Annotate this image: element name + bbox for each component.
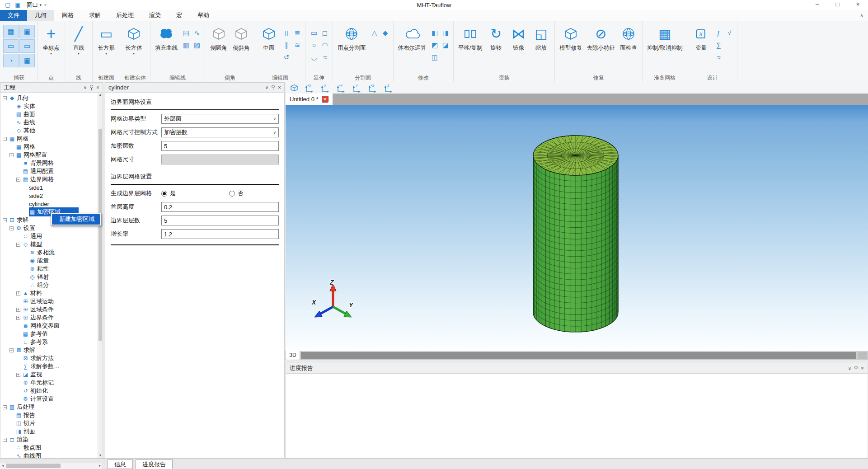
collapse-box-icon[interactable]: −	[16, 178, 20, 182]
panel-collapse-icon[interactable]: ∨	[84, 85, 87, 90]
tree-item-区域条件[interactable]: +⊞区域条件	[0, 305, 103, 314]
tree-item-body[interactable]: ▤通用配置	[22, 167, 56, 176]
tree-item-body[interactable]: ◆几何	[9, 94, 30, 103]
document-tab-close-icon[interactable]: ✕	[322, 96, 328, 103]
view-button-+Y[interactable]: +Y	[335, 84, 347, 93]
tree-item-side2[interactable]: side2	[0, 192, 103, 200]
panel-collapse-icon[interactable]: ∨	[265, 85, 268, 90]
ribbon-button[interactable]: x变量	[690, 21, 712, 56]
snap-button[interactable]: ▭	[19, 39, 35, 53]
tree-item-body[interactable]: ◪监视	[22, 370, 44, 379]
small-tool-button[interactable]: ≈	[319, 51, 330, 63]
tree-item-计算设置[interactable]: ⚙计算设置	[0, 395, 103, 403]
ribbon-button[interactable]: 中面	[258, 21, 280, 56]
tree-item-边界网格[interactable]: −▦边界网格	[0, 175, 103, 183]
scroll-up-icon[interactable]: ▲	[98, 93, 103, 97]
small-tool-button[interactable]: ◡	[309, 51, 319, 63]
scrollbar-end-button[interactable]	[858, 352, 867, 359]
collapse-box-icon[interactable]: −	[9, 348, 14, 352]
collapse-box-icon[interactable]: −	[3, 438, 7, 442]
tree-item-body[interactable]: ▤报告	[15, 411, 37, 420]
ribbon-button[interactable]: 面检查	[617, 21, 640, 56]
small-tool-button[interactable]: ∥	[281, 39, 292, 51]
collapse-box-icon[interactable]: −	[3, 218, 7, 222]
tree-item-body[interactable]: ⊞区域条件	[22, 305, 56, 314]
ribbon-button[interactable]: ▭长方形▾	[95, 21, 117, 56]
input-边界层层数[interactable]	[161, 216, 279, 225]
bottom-tab-信息[interactable]: 信息	[108, 460, 133, 469]
tree-item-body[interactable]: cylinder	[29, 200, 51, 208]
quick-access-customize-icon[interactable]: ▿	[44, 3, 47, 7]
tree-item-body[interactable]: ∿曲线	[15, 118, 37, 127]
ribbon-button[interactable]: 体布尔运算	[396, 21, 429, 56]
maximize-button[interactable]: □	[827, 0, 848, 10]
tree-item-body[interactable]: ◻渲染	[9, 435, 30, 444]
small-tool-button[interactable]: ◆	[380, 27, 391, 39]
small-tool-button[interactable]: ≣	[292, 27, 303, 39]
small-tool-button[interactable]: ≈	[713, 51, 724, 63]
scrollbar-thumb[interactable]	[99, 129, 102, 341]
scroll-left-icon[interactable]: ◂	[0, 463, 5, 469]
text-input[interactable]	[164, 231, 276, 238]
tree-item-body[interactable]: ◨剖面	[15, 427, 37, 436]
document-tab[interactable]: Untitled 0 * ✕	[286, 94, 333, 105]
tree-item-曲线[interactable]: ∿曲线	[0, 118, 103, 127]
tree-item-body[interactable]: ≣网格交界面	[22, 321, 61, 330]
small-tool-button[interactable]: ↺	[281, 51, 292, 63]
small-tool-button[interactable]: ◪	[440, 39, 451, 51]
tree-item-body[interactable]: ◇模型	[22, 240, 44, 249]
scroll-right-icon[interactable]: ▸	[97, 463, 103, 469]
tree-item-网格[interactable]: −▦网格	[0, 135, 103, 143]
tree-item-通用配置[interactable]: ▤通用配置	[0, 167, 103, 175]
tree-item-网格[interactable]: ▦网格	[0, 143, 103, 151]
snap-button[interactable]: ▭	[3, 39, 19, 53]
small-tool-button[interactable]: ∑	[713, 39, 724, 51]
small-tool-button[interactable]: ◻	[319, 27, 330, 39]
select-网格尺寸控制方式[interactable]: 加密层数∨	[161, 127, 279, 137]
tree-item-辐射[interactable]: ◎辐射	[0, 273, 103, 281]
snap-button[interactable]: ▦	[3, 25, 19, 38]
context-menu-item-new-refine-region[interactable]: 新建加密区域	[52, 214, 100, 225]
tree-item-背景网格[interactable]: ■背景网格	[0, 159, 103, 167]
tree-item-监视[interactable]: +◪监视	[0, 371, 103, 379]
menu-tab-求解[interactable]: 求解	[81, 10, 108, 21]
small-tool-button[interactable]: ▥	[181, 39, 192, 51]
ribbon-button[interactable]: ▦抑制/取消抑制	[645, 21, 685, 56]
tree-item-body[interactable]: ▲材料	[22, 289, 44, 298]
tree-item-求解[interactable]: −⊠求解	[0, 346, 103, 354]
tree-item-body[interactable]: ▦网格配置	[15, 150, 49, 159]
tree-item-body[interactable]: ⊠求解	[15, 346, 37, 355]
ribbon-button[interactable]: 长方体▾	[122, 21, 145, 56]
panel-close-icon[interactable]: ×	[278, 84, 281, 91]
view-button--Z[interactable]: -Z	[382, 84, 394, 93]
tree-vertical-scrollbar[interactable]: ▲ ▼	[98, 93, 103, 458]
small-tool-button[interactable]: ▭	[309, 27, 319, 39]
tree-item-曲线图[interactable]: ∿曲线图	[0, 452, 103, 458]
small-tool-button[interactable]: ▨	[192, 39, 202, 51]
expand-box-icon[interactable]: +	[16, 316, 20, 320]
ribbon-button[interactable]: ⋈镜像	[507, 21, 530, 56]
menu-tab-渲染[interactable]: 渲染	[141, 10, 169, 21]
tree-item-body[interactable]: ▤参考值	[22, 329, 50, 338]
small-tool-button[interactable]: ◨	[440, 27, 451, 39]
cylinder-mesh-model[interactable]: Z X Y	[286, 105, 868, 351]
quick-save-icon[interactable]: ▣	[15, 0, 20, 10]
tree-item-body[interactable]: ∷通用	[22, 232, 44, 241]
small-tool-button[interactable]: √	[724, 27, 735, 39]
tree-item-单元标记[interactable]: ⊕单元标记	[0, 379, 103, 387]
panel-collapse-icon[interactable]: ∨	[848, 366, 851, 371]
ribbon-button[interactable]: 填充曲线	[153, 21, 180, 56]
tree-item-body[interactable]: ⊞区域运动	[22, 297, 56, 306]
tree-item-后处理[interactable]: −▧后处理	[0, 403, 103, 411]
tree-item-求解参数…[interactable]: ∑求解参数…	[0, 362, 103, 371]
view-3d-tab[interactable]: 3D	[286, 351, 300, 360]
tree-item-几何[interactable]: −◆几何	[0, 94, 103, 102]
text-input[interactable]	[164, 217, 276, 224]
small-tool-button[interactable]: ○	[309, 39, 319, 51]
input-增长率[interactable]	[161, 229, 279, 239]
tree-item-网格交界面[interactable]: ≣网格交界面	[0, 322, 103, 330]
tree-item-参考系[interactable]: ∟参考系	[0, 338, 103, 346]
view-button-+Z[interactable]: +Z	[366, 84, 378, 93]
panel-pin-icon[interactable]	[272, 85, 275, 88]
collapse-box-icon[interactable]: −	[3, 137, 7, 141]
